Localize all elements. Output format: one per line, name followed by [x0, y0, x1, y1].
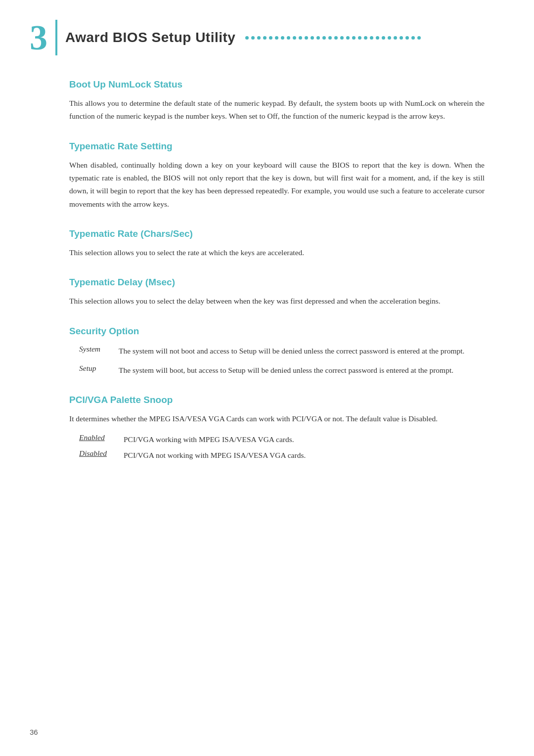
chapter-number: 3 — [30, 20, 57, 55]
header-dot — [358, 36, 361, 40]
header-dot — [245, 36, 249, 40]
page-number: 36 — [30, 728, 38, 736]
header-dot — [382, 36, 385, 40]
section-security-option: Security Option System The system will n… — [69, 326, 485, 377]
security-system-label: System — [79, 345, 119, 354]
header-dot — [281, 36, 284, 40]
security-option-list: System The system will not boot and acce… — [79, 345, 485, 377]
section-title-typematic-rate-setting: Typematic Rate Setting — [69, 141, 485, 152]
header-dot — [287, 36, 290, 40]
header-dot — [346, 36, 350, 40]
page-header: 3 Award BIOS Setup Utility — [30, 20, 504, 55]
page-container: 3 Award BIOS Setup Utility Boot Up NumLo… — [0, 0, 534, 756]
header-dot — [388, 36, 391, 40]
header-dot — [269, 36, 272, 40]
section-title-pci-vga: PCI/VGA Palette Snoop — [69, 395, 485, 405]
security-setup-item: Setup The system will boot, but access t… — [79, 364, 485, 377]
header-dot — [299, 36, 302, 40]
header-dot — [394, 36, 397, 40]
header-title: Award BIOS Setup Utility — [65, 30, 235, 45]
section-title-typematic-delay: Typematic Delay (Msec) — [69, 277, 485, 288]
header-title-area: Award BIOS Setup Utility — [65, 30, 504, 45]
section-body-typematic-delay: This selection allows you to select the … — [69, 295, 485, 308]
header-dot — [263, 36, 267, 40]
header-dot — [376, 36, 379, 40]
pci-disabled-item: Disabled PCI/VGA not working with MPEG I… — [79, 449, 485, 462]
header-dot — [322, 36, 326, 40]
header-dot — [364, 36, 367, 40]
section-title-boot-up-numlock: Boot Up NumLock Status — [69, 79, 485, 90]
pci-enabled-item: Enabled PCI/VGA working with MPEG ISA/VE… — [79, 433, 485, 446]
security-system-text: The system will not boot and access to S… — [119, 345, 464, 357]
section-title-security-option: Security Option — [69, 326, 485, 337]
header-dot — [257, 36, 261, 40]
section-pci-vga: PCI/VGA Palette Snoop It determines whet… — [69, 395, 485, 461]
security-system-item: System The system will not boot and acce… — [79, 345, 485, 357]
section-typematic-delay: Typematic Delay (Msec) This selection al… — [69, 277, 485, 308]
security-setup-text: The system will boot, but access to Setu… — [119, 364, 453, 377]
section-body-pci-vga: It determines whether the MPEG ISA/VESA … — [69, 412, 485, 425]
section-body-typematic-rate-setting: When disabled, continually holding down … — [69, 159, 485, 211]
header-dot — [400, 36, 403, 40]
main-content: Boot Up NumLock Status This allows you t… — [30, 79, 504, 461]
header-dot — [293, 36, 296, 40]
header-dot — [405, 36, 409, 40]
section-typematic-rate-setting: Typematic Rate Setting When disabled, co… — [69, 141, 485, 211]
header-dot — [311, 36, 314, 40]
header-dot — [370, 36, 373, 40]
header-dot — [352, 36, 356, 40]
section-title-typematic-rate-chars: Typematic Rate (Chars/Sec) — [69, 228, 485, 239]
header-dot — [334, 36, 338, 40]
header-dots — [245, 36, 423, 40]
header-dot — [411, 36, 415, 40]
header-dot — [316, 36, 320, 40]
pci-enabled-text: PCI/VGA working with MPEG ISA/VESA VGA c… — [124, 433, 294, 446]
section-body-boot-up-numlock: This allows you to determine the default… — [69, 97, 485, 123]
pci-disabled-text: PCI/VGA not working with MPEG ISA/VESA V… — [124, 449, 306, 462]
pci-enabled-label: Enabled — [79, 433, 124, 442]
section-typematic-rate-chars: Typematic Rate (Chars/Sec) This selectio… — [69, 228, 485, 259]
header-dot — [417, 36, 421, 40]
header-dot — [305, 36, 308, 40]
section-boot-up-numlock: Boot Up NumLock Status This allows you t… — [69, 79, 485, 123]
header-dot — [340, 36, 344, 40]
pci-disabled-label: Disabled — [79, 449, 124, 458]
header-dot — [328, 36, 332, 40]
header-dot — [251, 36, 255, 40]
header-dot — [275, 36, 278, 40]
pci-vga-list: Enabled PCI/VGA working with MPEG ISA/VE… — [79, 433, 485, 461]
section-body-typematic-rate-chars: This selection allows you to select the … — [69, 246, 485, 259]
security-setup-label: Setup — [79, 364, 119, 373]
